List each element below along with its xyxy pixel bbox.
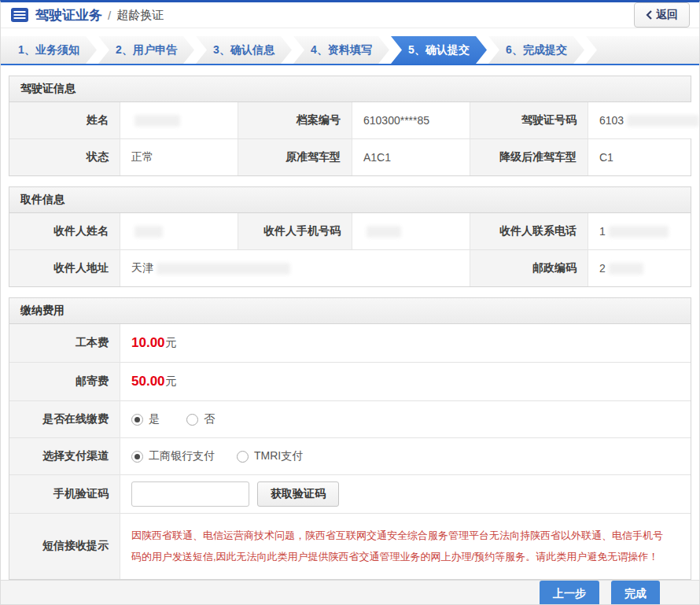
name-label: 姓名: [9, 102, 120, 138]
radio-channel-tmri-label: TMRI支付: [254, 449, 303, 463]
name-value: [120, 102, 238, 138]
step-tab-1[interactable]: 1、业务须知: [1, 36, 97, 64]
license-number-redaction: [627, 115, 699, 127]
footer-bar: 上一步 完成: [1, 580, 699, 605]
get-captcha-button[interactable]: 获取验证码: [257, 481, 339, 507]
sms-notice-row: 短信接收提示 因陕西省联通、电信运营商技术问题，陕西省互联网交通安全综合服务管理…: [9, 513, 691, 579]
recipient-address-label: 收件人地址: [9, 249, 120, 286]
original-class-value: A1C1: [352, 138, 470, 175]
status-label: 状态: [9, 138, 120, 175]
postage-fee-unit: 元: [166, 374, 177, 389]
recipient-phone-label: 收件人联系电话: [470, 213, 588, 249]
back-button-label: 返回: [656, 8, 678, 22]
recipient-phone-value: 1: [588, 213, 691, 249]
breadcrumb-current: 超龄换证: [116, 8, 164, 23]
section-payment-title: 缴纳费用: [9, 298, 691, 324]
pay-channel-options: 工商银行支付 TMRI支付: [120, 437, 691, 474]
section-license-title: 驾驶证信息: [9, 76, 691, 102]
production-fee-amount: 10.00: [131, 335, 165, 351]
fee-row-production: 工本费 10.00元: [9, 324, 691, 362]
recipient-mobile-label: 收件人手机号码: [238, 213, 352, 249]
postage-fee-label: 邮寄费: [9, 362, 120, 400]
recipient-phone-redaction: [609, 226, 669, 238]
radio-online-no[interactable]: 否: [186, 412, 215, 426]
postcode-label: 邮政编码: [470, 249, 588, 286]
captcha-controls: 获取验证码: [120, 474, 691, 513]
step-tab-6[interactable]: 6、完成提交: [488, 36, 584, 64]
step-tab-4[interactable]: 4、资料填写: [293, 36, 389, 64]
captcha-label: 手机验证码: [9, 474, 120, 513]
chevron-left-icon: [646, 10, 652, 20]
pickup-row-1: 收件人姓名 收件人手机号码 收件人联系电话 1: [9, 213, 691, 249]
radio-online-yes-label: 是: [149, 412, 160, 426]
online-payment-label: 是否在线缴费: [9, 400, 120, 437]
downgraded-class-value: C1: [588, 138, 691, 175]
step-tab-5-active[interactable]: 5、确认提交: [391, 36, 487, 64]
online-payment-options: 是 否: [120, 400, 691, 437]
recipient-name-redaction: [134, 226, 163, 238]
section-payment: 缴纳费用 工本费 10.00元 邮寄费 50.00元 是否在线缴费 是 否 选择…: [9, 297, 691, 580]
radio-channel-icbc-label: 工商银行支付: [149, 449, 215, 463]
license-row-1: 姓名 档案编号 610300****85 驾驶证号码 6103: [9, 102, 691, 138]
section-license-info: 驾驶证信息 姓名 档案编号 610300****85 驾驶证号码 6103 状态…: [9, 76, 691, 176]
section-pickup-title: 取件信息: [9, 187, 691, 213]
recipient-name-value: [120, 213, 238, 249]
sms-notice-label: 短信接收提示: [9, 513, 120, 579]
step-bar: 1、业务须知 2、用户申告 3、确认信息 4、资料填写 5、确认提交 6、完成提…: [1, 36, 699, 65]
step-bar-filler: [586, 36, 699, 64]
production-fee-value: 10.00元: [120, 324, 691, 362]
top-bar: 驾驶证业务 / 超龄换证 返回: [1, 2, 699, 28]
status-value: 正常: [120, 138, 238, 175]
captcha-row: 手机验证码 获取验证码: [9, 474, 691, 513]
pay-channel-row: 选择支付渠道 工商银行支付 TMRI支付: [9, 437, 691, 474]
radio-online-no-label: 否: [204, 412, 215, 426]
postage-fee-value: 50.00元: [120, 362, 691, 400]
license-number-value: 6103: [588, 102, 700, 138]
captcha-input[interactable]: [131, 481, 249, 507]
back-button[interactable]: 返回: [634, 2, 690, 28]
fee-row-postage: 邮寄费 50.00元: [9, 362, 691, 400]
file-number-label: 档案编号: [238, 102, 352, 138]
license-number-label: 驾驶证号码: [470, 102, 588, 138]
breadcrumb-separator: /: [108, 9, 111, 22]
pickup-row-2: 收件人地址 天津 邮政编码 2: [9, 249, 691, 286]
radio-unselected-icon[interactable]: [186, 414, 198, 426]
radio-unselected-icon[interactable]: [237, 451, 249, 463]
radio-channel-tmri[interactable]: TMRI支付: [237, 449, 303, 463]
production-fee-label: 工本费: [9, 324, 120, 362]
section-pickup-info: 取件信息 收件人姓名 收件人手机号码 收件人联系电话 1 收件人地址 天津 邮政…: [9, 186, 691, 287]
postcode-redaction: [609, 263, 643, 275]
radio-selected-icon[interactable]: [131, 451, 143, 463]
previous-step-button[interactable]: 上一步: [540, 581, 599, 605]
original-class-label: 原准驾车型: [238, 138, 352, 175]
recipient-mobile-redaction: [367, 226, 401, 238]
sms-notice-text: 因陕西省联通、电信运营商技术问题，陕西省互联网交通安全综合服务管理平台无法向持陕…: [131, 525, 680, 568]
downgraded-class-label: 降级后准驾车型: [470, 138, 588, 175]
recipient-address-value: 天津: [120, 249, 470, 286]
finish-button[interactable]: 完成: [611, 581, 660, 605]
file-number-value: 610300****85: [352, 102, 470, 138]
recipient-address-redaction: [157, 263, 290, 275]
recipient-mobile-value: [352, 213, 470, 249]
license-row-2: 状态 正常 原准驾车型 A1C1 降级后准驾车型 C1: [9, 138, 691, 175]
postage-fee-amount: 50.00: [131, 374, 165, 389]
license-list-icon: [10, 7, 29, 23]
sms-notice-value: 因陕西省联通、电信运营商技术问题，陕西省互联网交通安全综合服务管理平台无法向持陕…: [120, 513, 691, 579]
radio-online-yes[interactable]: 是: [131, 412, 160, 426]
radio-selected-icon[interactable]: [131, 414, 143, 426]
page-title: 驾驶证业务: [35, 6, 102, 24]
step-tab-2[interactable]: 2、用户申告: [98, 36, 194, 64]
recipient-name-label: 收件人姓名: [9, 213, 120, 249]
pay-channel-label: 选择支付渠道: [9, 437, 120, 474]
step-tab-3[interactable]: 3、确认信息: [196, 36, 292, 64]
production-fee-unit: 元: [166, 336, 177, 350]
radio-channel-icbc[interactable]: 工商银行支付: [131, 449, 215, 463]
postcode-value: 2: [588, 249, 691, 286]
name-redaction: [134, 115, 180, 127]
online-payment-row: 是否在线缴费 是 否: [9, 400, 691, 437]
page: 驾驶证业务 / 超龄换证 返回 1、业务须知 2、用户申告 3、确认信息 4、资…: [0, 0, 700, 605]
